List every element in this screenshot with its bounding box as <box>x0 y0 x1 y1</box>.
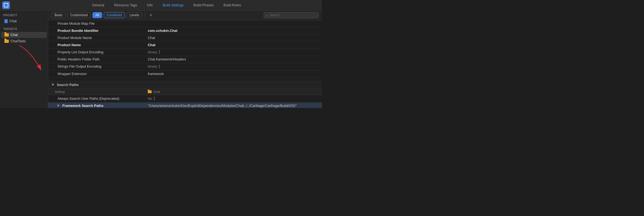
col-header-setting: Setting <box>48 89 144 94</box>
tab-build-settings[interactable]: Build Settings <box>158 2 189 8</box>
folder-icon-chat <box>4 33 9 37</box>
search-box: ⌕ <box>264 12 319 18</box>
setting-property-list: Property List Output Encoding <box>48 49 144 55</box>
tab-resource-tags[interactable]: Resource Tags <box>109 2 142 8</box>
table-row: Public Headers Folder Path Chat.framewor… <box>48 56 322 63</box>
table-row: Private Module Map File <box>48 20 322 27</box>
sidebar-chat-label: Chat <box>10 33 18 37</box>
main-layout: PROJECT Chat TARGETS Chat ChatTests <box>0 10 322 108</box>
value-module-name: Chat <box>144 35 322 41</box>
value-product-name: Chat <box>144 42 322 48</box>
setting-strings-encoding: Strings File Output Encoding <box>48 63 144 70</box>
sidebar-item-project-chat[interactable]: Chat <box>1 18 47 24</box>
toolbar-divider <box>145 13 145 18</box>
stepper-strings[interactable]: ▲▼ <box>158 64 160 69</box>
collapse-icon[interactable] <box>51 84 54 86</box>
levels-button[interactable]: Levels <box>127 12 142 18</box>
search-icon: ⌕ <box>266 13 268 17</box>
content-area: Basic Customized All Combined Levels + ⌕… <box>48 10 322 108</box>
table-row: Product Module Name Chat <box>48 34 322 41</box>
tab-general[interactable]: General <box>87 2 109 8</box>
value-strings-encoding: binary ▲▼ <box>144 63 322 70</box>
setting-private-module: Private Module Map File <box>48 21 144 27</box>
settings-table: Private Module Map File Product Bundle I… <box>48 20 322 108</box>
sidebar-item-chat-target[interactable]: Chat <box>1 32 47 38</box>
add-button[interactable]: + <box>148 12 154 18</box>
targets-section-label: TARGETS <box>0 26 48 32</box>
table-row: Wrapper Extension framework <box>48 70 322 77</box>
column-headers: Setting Chat <box>48 88 322 95</box>
table-row-always-search: Always Search User Paths (Deprecated) No… <box>48 95 322 103</box>
col-header-value: Chat <box>144 89 322 94</box>
table-row: Product Bundle Identifier com.schukin.Ch… <box>48 27 322 34</box>
folder-icon-header <box>148 90 152 93</box>
annotation-arrow <box>14 43 50 76</box>
sidebar-project-label: Chat <box>9 19 17 23</box>
setting-product-name: Product Name <box>48 42 144 48</box>
setting-headers-path: Public Headers Folder Path <box>48 56 144 62</box>
toolbar: Basic Customized All Combined Levels + ⌕ <box>48 10 322 20</box>
value-wrapper: framework <box>144 71 322 77</box>
spacer-row <box>48 77 322 81</box>
value-property-list: binary ▲▼ <box>144 49 322 56</box>
search-paths-title: Search Paths <box>48 82 144 88</box>
sidebar-chattests-label: ChatTests <box>10 39 26 43</box>
value-headers-path: Chat.framework/Headers <box>144 56 322 62</box>
folder-icon-chattests <box>4 40 9 43</box>
tab-build-rules[interactable]: Build Rules <box>219 2 246 8</box>
table-row: Product Name Chat <box>48 41 322 49</box>
expand-icon[interactable] <box>58 104 60 107</box>
table-row-framework-search: Framework Search Paths "/Users/antonschu… <box>48 103 322 108</box>
value-private-module <box>144 23 322 25</box>
value-bundle-id: com.schukin.Chat <box>144 28 322 34</box>
value-framework-search[interactable]: "/Users/antonschukin/Dev/ExplicitDepende… <box>144 103 322 108</box>
top-nav-bar: General Resource Tags Info Build Setting… <box>0 0 322 10</box>
setting-wrapper: Wrapper Extension <box>48 71 144 77</box>
document-icon <box>4 19 8 23</box>
nav-tabs: General Resource Tags Info Build Setting… <box>13 2 320 8</box>
search-paths-value-header <box>144 84 322 86</box>
xcode-icon <box>2 1 10 9</box>
tab-info[interactable]: Info <box>142 2 158 8</box>
table-row: Strings File Output Encoding binary ▲▼ <box>48 63 322 71</box>
value-always-search: No ▲▼ <box>144 95 322 102</box>
project-section-label: PROJECT <box>0 13 48 18</box>
search-paths-header: Search Paths <box>48 81 322 88</box>
stepper-always-search[interactable]: ▲▼ <box>153 96 155 101</box>
tab-build-phases[interactable]: Build Phases <box>189 2 219 8</box>
setting-bundle-id: Product Bundle Identifier <box>48 28 144 34</box>
search-input[interactable] <box>269 13 310 17</box>
setting-framework-search: Framework Search Paths <box>48 103 144 108</box>
table-row: Property List Output Encoding binary ▲▼ <box>48 49 322 56</box>
all-button[interactable]: All <box>92 12 102 18</box>
sidebar: PROJECT Chat TARGETS Chat ChatTests <box>0 10 48 108</box>
customized-button[interactable]: Customized <box>67 12 91 18</box>
setting-module-name: Product Module Name <box>48 35 144 41</box>
stepper-property-list[interactable]: ▲▼ <box>158 50 160 55</box>
setting-always-search: Always Search User Paths (Deprecated) <box>48 96 144 102</box>
sidebar-item-chattests[interactable]: ChatTests <box>1 38 47 44</box>
combined-button[interactable]: Combined <box>104 12 125 18</box>
basic-button[interactable]: Basic <box>51 12 66 18</box>
